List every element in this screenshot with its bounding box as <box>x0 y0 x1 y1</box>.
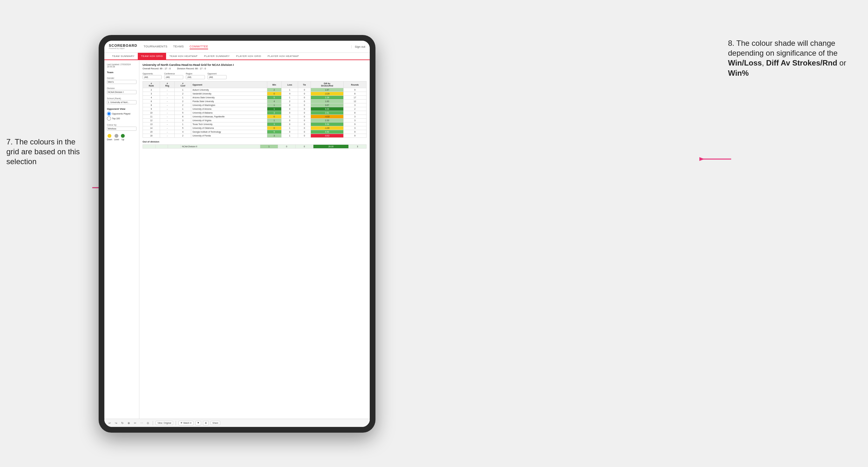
view-original-label: View: Original <box>157 422 171 424</box>
school-select[interactable]: 1. University of Nort... <box>107 100 136 104</box>
tab-player-h2h-grid[interactable]: PLAYER H2H GRID <box>233 53 265 60</box>
share-label: Share <box>213 422 219 424</box>
division-select[interactable]: NCAA Division I <box>107 90 136 94</box>
radio-opponents-played[interactable]: Opponents Played <box>107 112 136 116</box>
cell-conf: 1 <box>175 96 191 100</box>
cell-loss: 0 <box>281 103 298 107</box>
cell-tie: 0 <box>298 122 311 126</box>
table-row: 8 - 2 University of Washington 1 0 0 3.6… <box>143 103 367 107</box>
cell-opponent: Arizona State University <box>191 96 267 100</box>
table-row: 16 - 2 University of Florida 3 1 0 -6.62… <box>143 134 367 138</box>
tab-team-summary[interactable]: TEAM SUMMARY <box>109 53 138 60</box>
tab-team-h2h-grid[interactable]: TEAM H2H GRID <box>138 53 166 60</box>
overall-record: Overall Record: 89 - 17 - 0 <box>143 67 170 70</box>
annotation-left: 7. The colours in the grid are based on … <box>6 137 89 167</box>
cell-loss: 0 <box>281 130 298 134</box>
gender-select[interactable]: Men's <box>107 80 136 84</box>
cell-conf: 2 <box>175 100 191 103</box>
cell-rounds: 9 <box>343 122 366 126</box>
copy-icon[interactable]: ✂ <box>133 421 137 425</box>
clock-icon[interactable]: ⊙ <box>146 421 150 425</box>
undo-icon[interactable]: ↩ <box>107 421 112 425</box>
tab-team-h2h-heatmap[interactable]: TEAM H2H HEATMAP <box>166 53 201 60</box>
table-row: 10 - 5 University of Alabama 3 0 0 2.61 … <box>143 111 367 115</box>
cell-rank: 15 <box>143 130 160 134</box>
more-icon[interactable]: ⋯ <box>140 421 144 425</box>
col-rank: #Rank <box>143 82 160 88</box>
out-rank <box>143 145 156 149</box>
logo-text: SCOREBOARD <box>109 44 137 48</box>
cell-opponent: Auburn University <box>191 88 267 92</box>
annotation-right: 8. The colour shade will change dependin… <box>728 38 859 78</box>
opponent-select[interactable]: (All) <box>208 75 226 79</box>
out-of-division-table: NCAA Division II 1 0 0 26.00 3 <box>143 145 367 149</box>
cell-rank: 14 <box>143 126 160 130</box>
cell-conf: 4 <box>175 130 191 134</box>
colour-by-section: Colour by Win/loss <box>107 124 136 131</box>
radio-top100[interactable]: Top 100 <box>107 117 136 121</box>
nav-committee[interactable]: COMMITTEE <box>190 44 209 49</box>
colour-by-select[interactable]: Win/loss <box>107 127 136 131</box>
add-icon[interactable]: ⊕ <box>127 421 131 425</box>
cell-win: 1 <box>267 103 281 107</box>
legend-label-up: Up <box>122 138 124 141</box>
cell-diff: 3.67 <box>311 103 344 107</box>
cell-rounds: 12 <box>343 100 366 103</box>
out-diff: 26.00 <box>313 145 348 149</box>
cell-conf: 1 <box>175 122 191 126</box>
cell-conf: 5 <box>175 126 191 130</box>
share-button[interactable]: Share <box>211 421 220 425</box>
col-reg: #Reg <box>160 82 175 88</box>
out-of-division-body: NCAA Division II 1 0 0 26.00 3 <box>143 145 367 149</box>
colour-legend: Down Level Up <box>107 134 136 141</box>
watch-button[interactable]: 👁 Watch ▾ <box>179 421 193 425</box>
cell-reg: - <box>160 100 175 103</box>
cell-win: 5 <box>267 96 281 100</box>
cell-conf: 2 <box>175 134 191 138</box>
conference-select[interactable]: (All) <box>164 75 183 79</box>
legend-dot-down <box>107 134 111 138</box>
nav-teams[interactable]: TEAMS <box>173 44 184 49</box>
view-original-button[interactable]: View: Original <box>156 421 173 425</box>
table-row: 6 - 2 Florida State University 4 2 0 1.8… <box>143 100 367 103</box>
opponents-label: Opponents: <box>143 72 162 75</box>
cell-tie: 0 <box>298 115 311 119</box>
legend-dot-up <box>121 134 125 138</box>
sign-out-button[interactable]: Sign out <box>351 45 365 49</box>
cell-opponent: Georgia Institute of Technology <box>191 130 267 134</box>
cell-win: 1 <box>267 119 281 122</box>
out-win: 1 <box>260 145 278 149</box>
table-row: 12 - 3 University of Virginia 1 0 0 2.33… <box>143 119 367 122</box>
redo-icon[interactable]: ↪ <box>114 421 118 425</box>
cell-rounds: 8 <box>343 92 366 96</box>
out-of-division-row: NCAA Division II 1 0 0 26.00 3 <box>143 145 367 149</box>
app-header: SCOREBOARD Powered by clippd TOURNAMENTS… <box>104 41 370 53</box>
legend-label-down: Down <box>107 138 112 141</box>
refresh-icon[interactable]: ↻ <box>120 421 125 425</box>
bottom-toolbar: ↩ ↪ ↻ ⊕ ✂ ⋯ ⊙ View: Original 👁 Watch ▾ ⚑… <box>104 418 370 427</box>
cell-opponent: University of Virginia <box>191 119 267 122</box>
out-name: NCAA Division II <box>181 145 260 149</box>
nav-tournaments[interactable]: TOURNAMENTS <box>144 44 167 49</box>
cell-loss: 1 <box>281 96 298 100</box>
cell-loss: 1 <box>281 88 298 92</box>
tab-player-summary[interactable]: PLAYER SUMMARY <box>201 53 233 60</box>
cell-rank: 12 <box>143 119 160 122</box>
cell-rounds: 9 <box>343 134 366 138</box>
opponent-label: Opponent <box>208 72 226 75</box>
cell-rank: 11 <box>143 115 160 119</box>
grid-button[interactable]: ⊞ <box>203 421 209 425</box>
cell-rank: 2 <box>143 88 160 92</box>
cell-reg: - <box>160 134 175 138</box>
gender-label: Gender <box>107 77 136 79</box>
tab-player-h2h-heatmap[interactable]: PLAYER H2H HEATMAP <box>265 53 302 60</box>
flag-button[interactable]: ⚑ <box>195 421 201 425</box>
region-select[interactable]: (All) <box>186 75 205 79</box>
table-header-row: #Rank #Reg #Conf Opponent Win Loss Tie D… <box>143 82 367 88</box>
cell-opponent: University of Arizona <box>191 107 267 111</box>
cell-reg: - <box>160 130 175 134</box>
cell-conf: 1 <box>175 88 191 92</box>
opponents-select[interactable]: (All) <box>143 75 162 79</box>
cell-reg: - <box>160 126 175 130</box>
col-diff: Diff AvStrokes/Rnd <box>311 82 344 88</box>
